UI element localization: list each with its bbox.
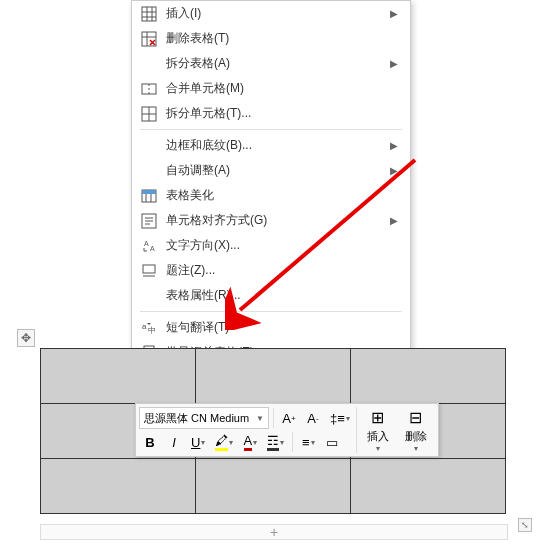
table-style-icon [140, 187, 158, 205]
menu-insert[interactable]: 插入(I) ▶ [132, 1, 410, 26]
svg-text:a: a [142, 322, 147, 331]
table-delete-icon: ⊟ [409, 408, 422, 427]
svg-text:A: A [144, 240, 149, 247]
menu-translate[interactable]: a中 短句翻译(T) [132, 315, 410, 340]
table-row [41, 459, 506, 514]
shrink-font-button[interactable]: A- [302, 407, 324, 429]
svg-text:A: A [150, 245, 155, 252]
blank-icon [140, 162, 158, 180]
align-button[interactable]: ≡▾ [297, 431, 319, 453]
line-spacing-button[interactable]: ‡≡▾ [326, 407, 354, 429]
button-label: 插入 [367, 429, 389, 444]
svg-rect-25 [143, 265, 155, 273]
svg-text:中: 中 [148, 326, 156, 335]
menu-delete-table[interactable]: 删除表格(T) [132, 26, 410, 51]
menu-cell-align[interactable]: 单元格对齐方式(G) ▶ [132, 208, 410, 233]
insert-dropdown-button[interactable]: ⊞ 插入▾ [359, 407, 397, 453]
chevron-right-icon: ▶ [390, 58, 398, 69]
menu-label: 自动调整(A) [166, 162, 390, 179]
menu-separator [140, 311, 402, 312]
menu-label: 单元格对齐方式(G) [166, 212, 390, 229]
table-cell[interactable] [196, 349, 351, 404]
table-cell[interactable] [351, 349, 506, 404]
menu-table-style[interactable]: 表格美化 [132, 183, 410, 208]
translate-icon: a中 [140, 319, 158, 337]
table-cell[interactable] [196, 459, 351, 514]
table-row [41, 349, 506, 404]
blank-icon [140, 287, 158, 305]
menu-separator [140, 129, 402, 130]
menu-label: 文字方向(X)... [166, 237, 398, 254]
grow-font-button[interactable]: A+ [278, 407, 300, 429]
font-family-select[interactable]: 思源黑体 CN Medium ▼ [139, 407, 269, 429]
table-cell[interactable] [41, 349, 196, 404]
merge-cells-icon [140, 80, 158, 98]
menu-label: 表格美化 [166, 187, 398, 204]
mini-toolbar: 思源黑体 CN Medium ▼ A+ A- ‡≡▾ B I U▾ 🖍▾ A▾ … [135, 403, 439, 457]
table-cell[interactable] [351, 459, 506, 514]
chevron-down-icon: ▼ [256, 414, 264, 423]
font-name: 思源黑体 CN Medium [144, 411, 249, 426]
menu-caption[interactable]: 题注(Z)... [132, 258, 410, 283]
table-insert-icon: ⊞ [371, 408, 384, 427]
menu-label: 插入(I) [166, 5, 390, 22]
menu-autofit[interactable]: 自动调整(A) ▶ [132, 158, 410, 183]
menu-label: 拆分单元格(T)... [166, 105, 398, 122]
caption-icon [140, 262, 158, 280]
italic-button[interactable]: I [163, 431, 185, 453]
bold-button[interactable]: B [139, 431, 161, 453]
table-insert-icon [140, 5, 158, 23]
svg-rect-0 [142, 7, 156, 21]
toolbar-separator [273, 408, 274, 428]
context-menu: 插入(I) ▶ 删除表格(T) 拆分表格(A) ▶ 合并单元格(M) 拆分单元格… [131, 0, 411, 366]
table-cell[interactable] [41, 459, 196, 514]
table-delete-icon [140, 30, 158, 48]
menu-label: 删除表格(T) [166, 30, 398, 47]
chevron-right-icon: ▶ [390, 165, 398, 176]
menu-table-properties[interactable]: 表格属性(R)... [132, 283, 410, 308]
button-label: 删除 [405, 429, 427, 444]
blank-icon [140, 137, 158, 155]
toolbar-separator [356, 407, 357, 453]
menu-text-direction[interactable]: AA 文字方向(X)... [132, 233, 410, 258]
chevron-right-icon: ▶ [390, 215, 398, 226]
menu-split-table[interactable]: 拆分表格(A) ▶ [132, 51, 410, 76]
text-direction-icon: AA [140, 237, 158, 255]
menu-borders[interactable]: 边框和底纹(B)... ▶ [132, 133, 410, 158]
highlight-button[interactable]: 🖍▾ [211, 431, 237, 453]
delete-dropdown-button[interactable]: ⊟ 删除▾ [397, 407, 435, 453]
menu-merge-cells[interactable]: 合并单元格(M) [132, 76, 410, 101]
blank-icon [140, 55, 158, 73]
table-resize-handle[interactable]: ⤡ [518, 518, 532, 532]
split-cells-icon [140, 105, 158, 123]
shading-button[interactable]: ☶▾ [263, 431, 288, 453]
menu-split-cells[interactable]: 拆分单元格(T)... [132, 101, 410, 126]
menu-label: 拆分表格(A) [166, 55, 390, 72]
menu-label: 题注(Z)... [166, 262, 398, 279]
menu-label: 表格属性(R)... [166, 287, 398, 304]
svg-rect-16 [142, 190, 156, 194]
menu-label: 短句翻译(T) [166, 319, 398, 336]
chevron-right-icon: ▶ [390, 8, 398, 19]
table-move-handle[interactable]: ✥ [17, 329, 35, 347]
font-color-button[interactable]: A▾ [239, 431, 261, 453]
merge-button[interactable]: ▭ [321, 431, 343, 453]
underline-button[interactable]: U▾ [187, 431, 209, 453]
chevron-right-icon: ▶ [390, 140, 398, 151]
toolbar-separator [292, 432, 293, 452]
menu-label: 合并单元格(M) [166, 80, 398, 97]
add-row-button[interactable]: + [40, 524, 508, 540]
cell-align-icon [140, 212, 158, 230]
menu-label: 边框和底纹(B)... [166, 137, 390, 154]
